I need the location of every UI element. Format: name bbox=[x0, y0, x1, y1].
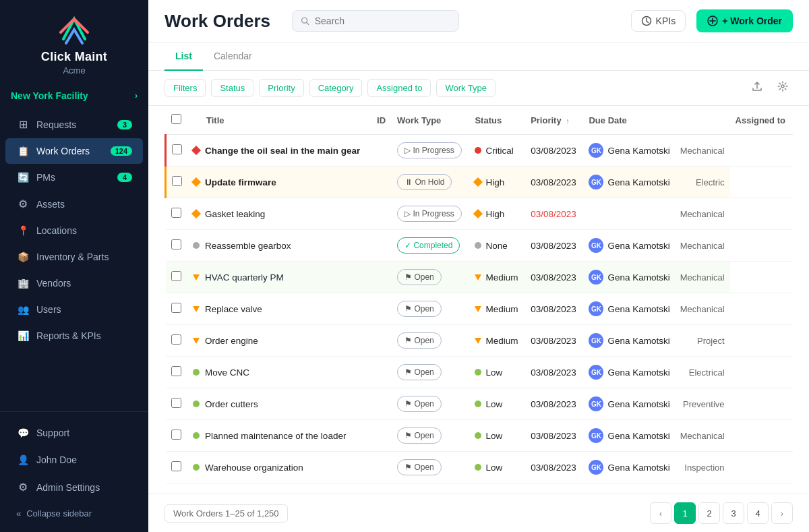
priority-value: High bbox=[485, 177, 504, 187]
table-row[interactable]: Move CNC ⚑ Open Low 03/08/2023 GK Gena K… bbox=[166, 357, 793, 388]
filter-assigned-to-button[interactable]: Assigned to bbox=[367, 79, 431, 97]
table-row[interactable]: Warehouse organization ⚑ Open Low 03/08/… bbox=[166, 452, 793, 483]
table-row[interactable]: HVAC quarterly PM ⚑ Open Medium 03/08/20… bbox=[166, 262, 793, 293]
row-count-label: Work Orders 1–25 of 1,250 bbox=[164, 504, 288, 523]
table-row[interactable]: Update firmware ⏸ On Hold High 03/08/202… bbox=[166, 167, 793, 198]
row-checkbox-cell[interactable] bbox=[166, 262, 188, 293]
pagination-next-button[interactable]: › bbox=[771, 502, 793, 524]
row-checkbox[interactable] bbox=[171, 366, 181, 376]
pagination-page-1[interactable]: 1 bbox=[674, 502, 696, 524]
tab-list[interactable]: List bbox=[164, 42, 203, 71]
sidebar-item-label: John Doe bbox=[36, 454, 77, 465]
priority-cell: Low bbox=[469, 452, 525, 483]
sidebar-item-label: Work Orders bbox=[36, 146, 90, 156]
sidebar-item-reports[interactable]: Reports & KPIs bbox=[5, 323, 143, 349]
col-title: Title bbox=[187, 106, 371, 135]
user-icon bbox=[16, 454, 30, 466]
collapse-sidebar-button[interactable]: « Collapse sidebar bbox=[5, 502, 143, 525]
table-row[interactable]: Reassemble gearbox ✓ Completed None 03/0… bbox=[166, 230, 793, 262]
row-checkbox[interactable] bbox=[171, 461, 181, 471]
kpis-label: KPIs bbox=[656, 16, 676, 26]
sidebar-item-users[interactable]: Users bbox=[5, 297, 143, 322]
table-row[interactable]: Order engine ⚑ Open Medium 03/08/2023 GK… bbox=[166, 325, 793, 357]
avatar: GK bbox=[589, 428, 603, 443]
svg-point-6 bbox=[781, 85, 784, 88]
pagination-page-4[interactable]: 4 bbox=[747, 502, 769, 524]
row-checkbox[interactable] bbox=[171, 334, 181, 345]
row-checkbox-cell[interactable] bbox=[166, 325, 188, 357]
select-all-checkbox[interactable] bbox=[171, 114, 181, 124]
row-checkbox-cell[interactable] bbox=[166, 420, 188, 452]
due-date: 03/08/2023 bbox=[531, 209, 576, 219]
row-checkbox[interactable] bbox=[171, 239, 181, 249]
id-cell bbox=[371, 135, 392, 167]
row-checkbox[interactable] bbox=[171, 430, 181, 440]
collapse-icon: « bbox=[16, 508, 21, 519]
pagination-prev-button[interactable]: ‹ bbox=[650, 502, 671, 524]
sidebar-item-label: Requests bbox=[36, 119, 76, 130]
facility-chevron-icon: › bbox=[135, 91, 138, 100]
table-row[interactable]: Planned maintenance of the loader ⚑ Open… bbox=[166, 420, 793, 452]
row-checkbox[interactable] bbox=[172, 176, 182, 186]
assignee: GK Gena Kamotski bbox=[589, 460, 669, 475]
row-checkbox[interactable] bbox=[172, 144, 182, 154]
sidebar-item-admin-settings[interactable]: Admin Settings bbox=[5, 474, 143, 500]
department: Mechanical bbox=[680, 241, 725, 251]
row-checkbox-cell[interactable] bbox=[166, 388, 188, 420]
row-checkbox[interactable] bbox=[171, 303, 181, 313]
sidebar: Click Maint Acme New York Facility › Req… bbox=[0, 0, 148, 532]
table-row[interactable]: Change the oil seal in the main gear ▷ I… bbox=[166, 135, 793, 167]
assigned-to-cell: Mechanical bbox=[583, 198, 729, 230]
facility-selector[interactable]: New York Facility › bbox=[0, 84, 148, 108]
department: Mechanical bbox=[680, 272, 725, 283]
status-badge: ⏸ On Hold bbox=[397, 174, 452, 190]
filter-category-button[interactable]: Category bbox=[309, 79, 363, 97]
sidebar-item-assets[interactable]: Assets bbox=[5, 191, 143, 217]
sidebar-item-pms[interactable]: PMs 4 bbox=[5, 165, 143, 190]
sidebar-item-work-orders[interactable]: Work Orders 124 bbox=[5, 138, 143, 164]
priority-cell: High bbox=[469, 198, 525, 230]
table-row[interactable]: Order cutters ⚑ Open Low 03/08/2023 GK G… bbox=[166, 388, 793, 420]
kpis-button[interactable]: KPIs bbox=[631, 10, 686, 32]
users-icon bbox=[16, 303, 30, 316]
tab-calendar[interactable]: Calendar bbox=[203, 42, 263, 71]
table-row[interactable]: Gasket leaking ▷ In Progress High 03/08/… bbox=[166, 198, 793, 230]
row-checkbox-cell[interactable] bbox=[166, 293, 188, 325]
filter-priority-button[interactable]: Priority bbox=[259, 79, 303, 97]
status-badge: ⚑ Open bbox=[397, 459, 442, 475]
sidebar-item-inventory[interactable]: Inventory & Parts bbox=[5, 244, 143, 270]
due-date: 03/08/2023 bbox=[531, 367, 576, 378]
status-badge: ⚑ Open bbox=[397, 332, 442, 349]
row-checkbox[interactable] bbox=[171, 208, 181, 218]
sidebar-item-john-doe[interactable]: John Doe bbox=[5, 447, 143, 473]
filter-status-button[interactable]: Status bbox=[211, 79, 253, 97]
row-checkbox-cell[interactable] bbox=[166, 167, 188, 198]
row-checkbox-cell[interactable] bbox=[166, 452, 188, 483]
search-input[interactable] bbox=[315, 16, 451, 26]
department: Mechanical bbox=[680, 209, 725, 219]
sidebar-item-requests[interactable]: Requests 3 bbox=[5, 111, 143, 138]
id-cell bbox=[371, 230, 392, 262]
table-row[interactable]: Replace valve ⚑ Open Medium 03/08/2023 G… bbox=[166, 293, 793, 325]
row-checkbox[interactable] bbox=[171, 271, 181, 281]
row-checkbox-cell[interactable] bbox=[166, 198, 188, 230]
row-checkbox-cell[interactable] bbox=[166, 357, 188, 388]
pagination-page-3[interactable]: 3 bbox=[723, 502, 744, 524]
row-checkbox[interactable] bbox=[171, 398, 181, 408]
sidebar-item-vendors[interactable]: Vendors bbox=[5, 270, 143, 296]
sidebar-item-support[interactable]: Support bbox=[5, 420, 143, 446]
columns-settings-icon bbox=[777, 80, 789, 92]
col-priority[interactable]: Priority ↑ bbox=[525, 106, 583, 135]
search-bar[interactable] bbox=[292, 10, 459, 32]
department: Mechanical bbox=[680, 146, 725, 156]
add-work-order-button[interactable]: + Work Order bbox=[696, 9, 793, 32]
filter-work-type-button[interactable]: Work Type bbox=[436, 79, 496, 97]
sidebar-item-locations[interactable]: Locations bbox=[5, 218, 143, 243]
export-button[interactable] bbox=[747, 78, 767, 98]
settings-columns-button[interactable] bbox=[773, 78, 793, 98]
filter-filters-button[interactable]: Filters bbox=[164, 79, 206, 97]
row-checkbox-cell[interactable] bbox=[166, 230, 188, 262]
row-checkbox-cell[interactable] bbox=[166, 135, 188, 167]
select-all-header[interactable] bbox=[166, 106, 188, 135]
pagination-page-2[interactable]: 2 bbox=[698, 502, 720, 524]
